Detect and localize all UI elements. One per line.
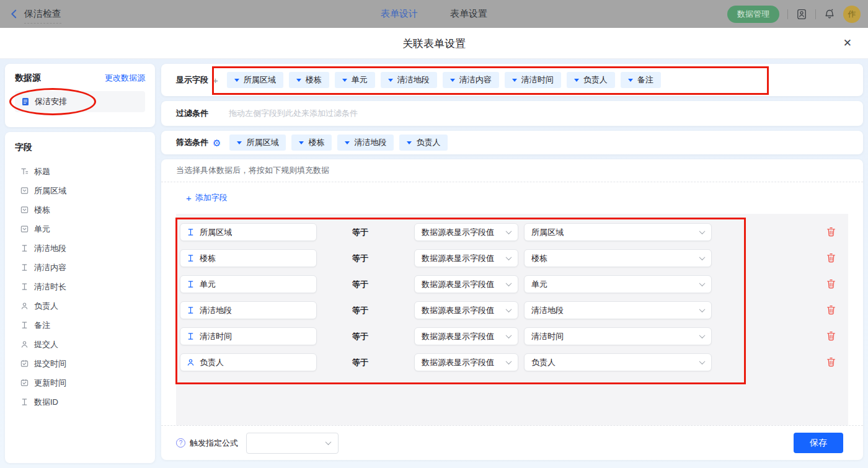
rule-target-field[interactable]: 单元 [180,275,317,293]
filter-dropzone[interactable]: 拖动左侧字段到此处来添加过滤条件 [229,108,358,119]
fields-panel: 字段 标题 所属区域 楼栋 单元 [5,132,155,463]
display-field-tag[interactable]: 清洁内容 [443,72,499,88]
trash-icon[interactable] [826,331,836,341]
display-field-tag[interactable]: 楼栋 [289,72,329,88]
rule-field-label: 负责人 [200,357,224,368]
source-type-select[interactable]: 数据源表显示字段值 [414,327,518,345]
user-icon [187,358,195,366]
calendar-icon [20,379,29,387]
field-item-remark[interactable]: 备注 [15,316,145,335]
add-field-label: 添加字段 [195,192,228,203]
source-field-select[interactable]: 清洁时间 [524,327,712,345]
rule-target-field[interactable]: 负责人 [180,353,317,371]
chevron-down-icon [506,332,512,338]
caret-down-icon [342,79,347,82]
chevron-down-icon [699,280,706,286]
display-field-tag[interactable]: 清洁时间 [505,72,561,88]
field-item-building[interactable]: 楼栋 [15,200,145,219]
tab-form-design[interactable]: 表单设计 [381,8,418,20]
filter-label: 过滤条件 [176,108,208,119]
display-fields-row: 显示字段 + 所属区域 楼栋 单元 清洁地段 清洁内容 清洁时间 负责人 备注 [161,64,863,96]
display-field-tag[interactable]: 清洁地段 [381,72,437,88]
add-field-button[interactable]: + 添加字段 [186,192,228,203]
trash-icon[interactable] [826,357,836,367]
field-item-area[interactable]: 所属区域 [15,181,145,200]
chevron-down-icon [699,228,706,234]
screening-tag[interactable]: 楼栋 [291,135,332,151]
text-field-icon [20,283,29,291]
field-item-title[interactable]: 标题 [15,162,145,181]
field-item-clean-content[interactable]: 清洁内容 [15,258,145,277]
text-field-icon [187,280,195,288]
display-field-tag[interactable]: 备注 [621,72,661,88]
chevron-down-icon [699,332,706,338]
caret-down-icon [512,79,517,82]
source-field-select[interactable]: 清洁地段 [524,301,712,319]
bell-icon[interactable] [824,9,835,20]
app-root: 保洁检查 表单设计 表单设置 数据管理 作 关联表单设置 ✕ 数据源 [0,0,868,468]
field-item-owner[interactable]: 负责人 [15,296,145,316]
source-field-select[interactable]: 楼栋 [524,249,712,267]
field-item-clean-section[interactable]: 清洁地段 [15,239,145,258]
chevron-down-icon [506,306,512,312]
display-field-tag[interactable]: 单元 [335,72,375,88]
field-item-submitter[interactable]: 提交人 [15,335,145,354]
caret-down-icon [450,79,455,82]
add-display-field-button[interactable]: + [213,75,218,86]
display-field-tag[interactable]: 负责人 [567,72,615,88]
chevron-down-icon [506,358,512,364]
close-icon[interactable]: ✕ [843,37,852,50]
contacts-icon[interactable] [796,9,807,20]
rule-target-field[interactable]: 楼栋 [180,249,317,267]
screening-tag[interactable]: 清洁地段 [337,135,394,151]
document-icon [21,97,30,106]
field-item-data-id[interactable]: 数据ID [15,392,145,412]
trash-icon[interactable] [826,227,836,237]
source-type-select[interactable]: 数据源表显示字段值 [414,353,518,371]
rule-target-field[interactable]: 清洁时间 [180,327,317,345]
field-item-label: 楼栋 [34,205,50,216]
source-type-select[interactable]: 数据源表显示字段值 [414,249,518,267]
source-type-select[interactable]: 数据源表显示字段值 [414,275,518,293]
source-field-select[interactable]: 单元 [524,275,712,293]
caret-down-icon [234,79,239,82]
field-item-clean-duration[interactable]: 清洁时长 [15,277,145,296]
source-type-select[interactable]: 数据源表显示字段值 [414,301,518,319]
save-button[interactable]: 保存 [794,433,843,453]
field-item-update-time[interactable]: 更新时间 [15,373,145,392]
user-icon [20,302,29,310]
filter-row: 过滤条件 拖动左侧字段到此处来添加过滤条件 [161,101,863,126]
rule-target-field[interactable]: 所属区域 [180,223,317,241]
field-item-label: 清洁内容 [34,262,66,273]
modal-body: 数据源 更改数据源 保洁安排 字段 标题 所属区域 [0,59,868,468]
caret-down-icon [574,79,579,82]
gear-icon[interactable]: ⚙ [213,138,221,148]
chevron-down-icon [699,358,706,364]
tag-label: 备注 [637,74,653,86]
source-field-select[interactable]: 所属区域 [524,223,712,241]
source-type-select[interactable]: 数据源表显示字段值 [414,223,518,241]
help-icon[interactable]: ? [176,438,185,448]
source-field-select[interactable]: 负责人 [524,353,712,371]
trash-icon[interactable] [826,253,836,263]
screening-tag[interactable]: 所属区域 [229,135,286,151]
caret-down-icon [407,141,412,144]
rule-row: 单元 等于 数据源表显示字段值 单元 [176,275,848,293]
select-field-icon [20,206,29,214]
trash-icon[interactable] [826,279,836,289]
divider [815,9,816,19]
change-datasource-link[interactable]: 更改数据源 [105,73,145,84]
datasource-item[interactable]: 保洁安排 [15,91,145,112]
screening-tag[interactable]: 负责人 [399,135,448,151]
tab-form-settings[interactable]: 表单设置 [450,8,487,20]
field-item-unit[interactable]: 单元 [15,219,145,239]
screening-tags: 所属区域 楼栋 清洁地段 负责人 [229,135,448,151]
trash-icon[interactable] [826,305,836,315]
avatar[interactable]: 作 [843,6,861,23]
field-item-submit-time[interactable]: 提交时间 [15,354,145,373]
rule-target-field[interactable]: 清洁地段 [180,301,317,319]
data-manage-button[interactable]: 数据管理 [727,6,779,23]
formula-select[interactable] [246,433,339,454]
display-field-tag[interactable]: 所属区域 [227,72,283,88]
field-item-label: 单元 [34,224,50,235]
